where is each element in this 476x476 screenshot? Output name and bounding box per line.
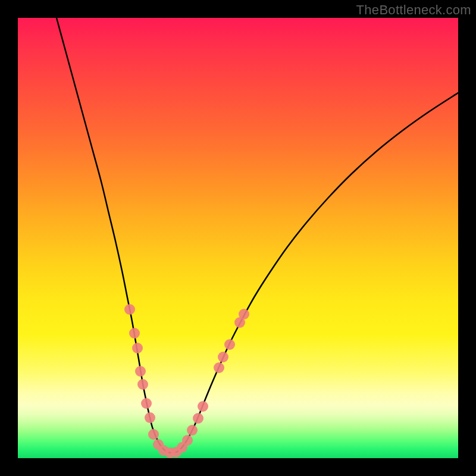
data-marker (141, 398, 152, 409)
data-marker (239, 309, 249, 320)
data-marker (182, 435, 193, 446)
attribution-label: TheBottleneck.com (356, 2, 471, 18)
data-marker (193, 413, 203, 424)
data-marker (148, 429, 159, 440)
data-marker (218, 352, 228, 362)
markers-group (124, 304, 249, 458)
data-marker (129, 328, 140, 339)
data-marker (132, 343, 143, 353)
data-marker (214, 362, 224, 373)
data-marker (145, 412, 155, 423)
plot-area (18, 18, 458, 458)
data-marker (198, 401, 208, 412)
curve-svg (18, 18, 458, 458)
data-marker (224, 339, 235, 350)
data-marker (135, 366, 146, 377)
bottleneck-curve (57, 18, 458, 453)
data-marker (124, 304, 135, 315)
chart-frame: TheBottleneck.com (0, 0, 476, 476)
data-marker (137, 379, 148, 390)
data-marker (187, 425, 198, 436)
